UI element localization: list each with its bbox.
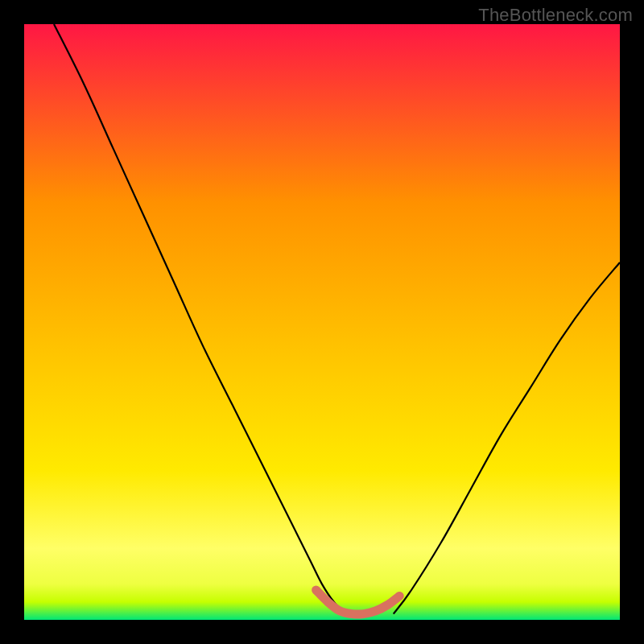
- bottleneck-chart: [24, 24, 620, 620]
- chart-frame: TheBottleneck.com: [0, 0, 644, 644]
- gradient-background: [24, 24, 620, 620]
- watermark-text: TheBottleneck.com: [478, 5, 633, 26]
- plot-area: [24, 24, 620, 620]
